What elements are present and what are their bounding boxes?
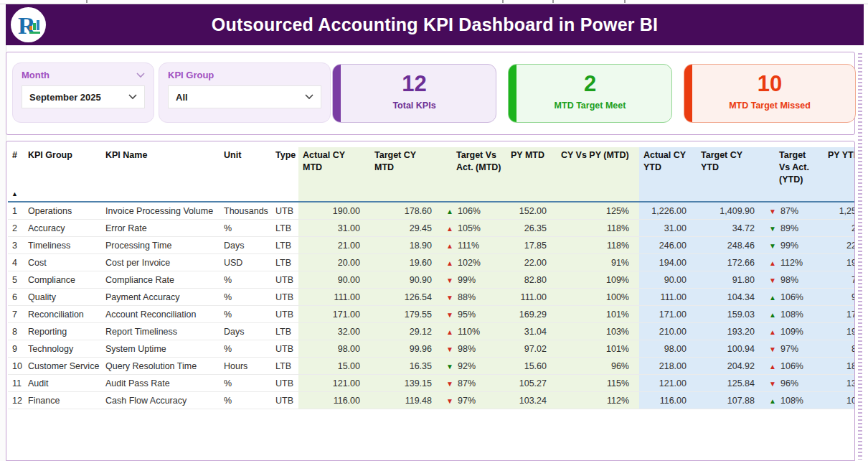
cell-num: 7 <box>8 306 24 323</box>
card-accent-bar <box>333 65 341 122</box>
table-row[interactable]: 3TimelinessProcessing TimeDaysLTB21.0018… <box>8 237 855 254</box>
cell-cy_vs_py_mtd: 118% <box>557 220 639 237</box>
column-header-py_mtd[interactable]: PY MTD <box>506 147 557 202</box>
cell-name: Account Reconciliation <box>101 306 220 323</box>
triangle-up-icon: ▲ <box>769 311 780 319</box>
triangle-down-icon: ▼ <box>769 242 780 250</box>
column-header-actual_ytd[interactable]: Actual CY YTD <box>639 147 697 202</box>
cell-py_ytd: 2 <box>824 220 855 237</box>
cell-actual_ytd: 116.00 <box>639 392 697 409</box>
kpi-table-panel: #▲KPI GroupKPI NameUnitTypeActual CY MTD… <box>6 141 855 461</box>
cell-type: LTB <box>271 254 298 271</box>
cell-tva_mtd: ▲106% <box>442 202 506 220</box>
column-header-target_ytd[interactable]: Target CY YTD <box>697 147 765 202</box>
triangle-down-icon: ▼ <box>769 208 780 215</box>
cell-py_mtd: 111.00 <box>506 289 557 306</box>
column-header-name[interactable]: KPI Name <box>101 147 220 202</box>
column-header-unit[interactable]: Unit <box>220 147 271 202</box>
column-header-tva_mtd[interactable]: Target Vs Act. (MTD) <box>442 147 506 202</box>
column-header-actual_mtd[interactable]: Actual CY MTD <box>298 147 370 202</box>
cell-type: UTB <box>271 340 298 358</box>
vertical-scrollbar[interactable] <box>858 53 862 460</box>
table-row[interactable]: 7ReconciliationAccount Reconciliation%UT… <box>8 306 855 323</box>
cell-unit: USD <box>220 254 271 271</box>
month-dropdown[interactable]: September 2025 <box>22 85 145 108</box>
cell-type: UTB <box>271 202 298 220</box>
cell-name: Error Rate <box>101 220 220 237</box>
cell-target_ytd: 100.94 <box>697 340 765 358</box>
cell-target_mtd: 139.15 <box>370 375 442 392</box>
column-header-group[interactable]: KPI Group <box>24 147 101 202</box>
filter-panel: Month September 2025 KPI Group All 12 To… <box>6 52 855 135</box>
table-row[interactable]: 6QualityPayment Accuracy%UTB111.00126.54… <box>8 289 855 306</box>
indicator-percent: 106% <box>780 292 803 302</box>
cell-actual_ytd: 98.00 <box>639 340 697 358</box>
cell-group: Timeliness <box>24 237 101 254</box>
cell-group: Operations <box>24 202 101 220</box>
cell-name: System Uptime <box>101 340 220 358</box>
kpi-table: #▲KPI GroupKPI NameUnitTypeActual CY MTD… <box>8 147 855 409</box>
cell-actual_mtd: 116.00 <box>298 392 370 409</box>
cell-py_mtd: 152.00 <box>506 202 557 220</box>
table-row[interactable]: 1OperationsInvoice Processing VolumeThou… <box>8 202 855 220</box>
strip-tick <box>624 0 626 3</box>
column-header-num[interactable]: #▲ <box>8 147 24 202</box>
cell-unit: % <box>220 306 271 323</box>
cell-name: Audit Pass Rate <box>101 375 220 392</box>
column-header-tva_ytd[interactable]: Target Vs Act. (YTD) <box>765 147 824 202</box>
indicator-percent: 105% <box>458 223 481 233</box>
cell-cy_vs_py_mtd: 112% <box>557 392 639 409</box>
cell-py_mtd: 103.24 <box>506 392 557 409</box>
table-row[interactable]: 11AuditAudit Pass Rate%UTB121.00139.15▼8… <box>8 375 855 392</box>
month-slicer-label: Month <box>22 70 49 80</box>
cell-cy_vs_py_mtd: 109% <box>557 271 639 289</box>
triangle-down-icon: ▼ <box>446 345 458 353</box>
cell-target_ytd: 193.20 <box>697 323 765 340</box>
cell-actual_ytd: 218.00 <box>639 358 697 375</box>
cell-py_mtd: 82.80 <box>506 271 557 289</box>
sort-ascending-icon: ▲ <box>11 190 18 198</box>
cell-group: Finance <box>24 392 101 409</box>
cell-unit: % <box>220 271 271 289</box>
cell-actual_ytd: 171.00 <box>639 306 697 323</box>
column-header-type[interactable]: Type <box>271 147 298 202</box>
cell-actual_mtd: 15.00 <box>298 358 370 375</box>
cell-actual_mtd: 20.00 <box>298 254 370 271</box>
table-row[interactable]: 12FinanceCash Flow Accuracy%UTB116.00119… <box>8 392 855 409</box>
cell-cy_vs_py_mtd: 91% <box>557 254 639 271</box>
cell-unit: Hours <box>220 358 271 375</box>
cell-actual_ytd: 1,226.00 <box>639 202 697 220</box>
cell-target_ytd: 248.46 <box>697 237 765 254</box>
cell-num: 5 <box>8 271 24 289</box>
kpi-group-dropdown[interactable]: All <box>168 85 321 108</box>
cell-target_mtd: 119.48 <box>370 392 442 409</box>
cell-actual_ytd: 31.00 <box>639 220 697 237</box>
cell-type: LTB <box>271 220 298 237</box>
table-row[interactable]: 10Customer ServiceQuery Resolution TimeH… <box>8 358 855 375</box>
chevron-down-icon[interactable] <box>136 73 145 78</box>
cell-unit: Days <box>220 323 271 340</box>
cell-unit: Days <box>220 237 271 254</box>
month-dropdown-value: September 2025 <box>29 92 101 103</box>
column-header-cy_vs_py_mtd[interactable]: CY Vs PY (MTD) <box>557 147 639 202</box>
cell-tva_mtd: ▼88% <box>442 289 506 306</box>
column-header-target_mtd[interactable]: Target CY MTD <box>370 147 442 202</box>
triangle-up-icon: ▲ <box>769 397 780 405</box>
column-header-py_ytd[interactable]: PY YTD <box>824 147 855 202</box>
indicator-percent: 108% <box>780 396 803 406</box>
cell-actual_mtd: 98.00 <box>298 340 370 358</box>
table-row[interactable]: 5ComplianceCompliance Rate%UTB90.0090.90… <box>8 271 855 289</box>
cell-tva_ytd: ▼99% <box>765 237 824 254</box>
table-row[interactable]: 8ReportingReport TimelinessDaysLTB32.002… <box>8 323 855 340</box>
table-row[interactable]: 9TechnologySystem Uptime%UTB98.0099.96▼9… <box>8 340 855 358</box>
cell-name: Cash Flow Accuracy <box>101 392 220 409</box>
cell-num: 9 <box>8 340 24 358</box>
indicator-percent: 97% <box>458 396 476 406</box>
cell-name: Payment Accuracy <box>101 289 220 306</box>
triangle-up-icon: ▲ <box>769 363 780 371</box>
cell-tva_ytd: ▼89% <box>765 220 824 237</box>
strip-tick <box>552 0 554 3</box>
cell-tva_mtd: ▼95% <box>442 306 506 323</box>
table-row[interactable]: 2AccuracyError Rate%LTB31.0029.45▲105%26… <box>8 220 855 237</box>
table-row[interactable]: 4CostCost per InvoiceUSDLTB20.0019.60▲10… <box>8 254 855 271</box>
